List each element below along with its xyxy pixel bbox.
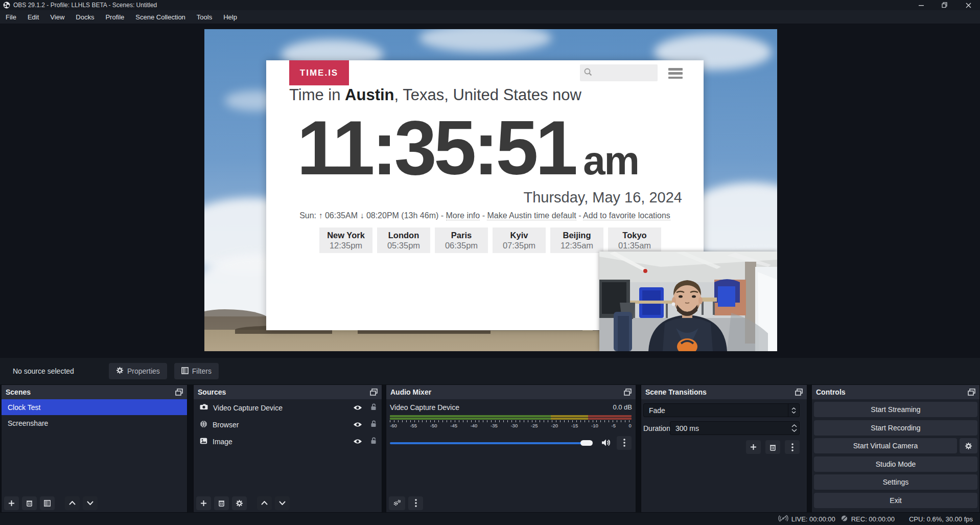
settings-button[interactable]: Settings — [814, 474, 977, 490]
source-row-video-capture[interactable]: Video Capture Device — [194, 399, 382, 416]
rec-status: REC: 00:00:00 — [841, 515, 895, 523]
controls-panel: Controls Start Streaming Start Recording… — [811, 384, 980, 513]
duration-spinbox[interactable]: 300 ms — [670, 421, 800, 435]
live-status: LIVE: 00:00:00 — [778, 515, 835, 523]
timeis-logo[interactable]: TIME.IS — [289, 60, 349, 85]
separator: - — [480, 211, 487, 220]
duration-value: 300 ms — [675, 424, 699, 432]
visibility-eye-icon[interactable] — [353, 404, 362, 412]
city-card-paris[interactable]: Paris06:35pm — [435, 227, 488, 253]
meter-tick-labels: -60-55-50-45-40-35-30-25-20-15-10-50 — [390, 423, 632, 428]
world-clock-row: New York12:35pm London05:35pm Paris06:35… — [319, 227, 661, 253]
scene-item-clock-test[interactable]: Clock Test — [2, 399, 187, 415]
menu-profile[interactable]: Profile — [100, 10, 130, 24]
virtual-camera-settings-button[interactable] — [960, 438, 977, 453]
menu-bar: File Edit View Docks Profile Scene Colle… — [0, 10, 980, 24]
city-card-tokyo[interactable]: Tokyo01:35am — [608, 227, 661, 253]
menu-file[interactable]: File — [0, 10, 22, 24]
obs-window: OBS 29.1.2 - Profile: LLHLS BETA - Scene… — [0, 0, 980, 525]
city-card-new-york[interactable]: New York12:35pm — [319, 227, 372, 253]
add-scene-button[interactable] — [4, 496, 19, 510]
popout-icon[interactable] — [175, 389, 183, 396]
advanced-audio-button[interactable] — [389, 496, 405, 510]
add-transition-button[interactable] — [746, 440, 761, 454]
lock-icon[interactable] — [370, 437, 377, 446]
preview-area: TIME.IS Time in Austin, Texas, United St… — [0, 24, 980, 358]
status-bar: LIVE: 00:00:00 REC: 00:00:00 CPU: 0.6%, … — [0, 513, 980, 525]
city-card-beijing[interactable]: Beijing12:35am — [550, 227, 603, 253]
studio-mode-button[interactable]: Studio Mode — [814, 456, 977, 472]
filters-button[interactable]: Filters — [174, 363, 219, 379]
scene-item-screenshare[interactable]: Screenshare — [2, 415, 187, 431]
source-properties-button[interactable] — [232, 496, 247, 510]
remove-scene-button[interactable] — [22, 496, 37, 510]
volume-slider-handle[interactable] — [580, 440, 593, 446]
lock-icon[interactable] — [370, 403, 377, 412]
visibility-eye-icon[interactable] — [353, 438, 362, 446]
make-default-link[interactable]: Make Austin time default — [487, 211, 576, 220]
menu-scene-collection[interactable]: Scene Collection — [130, 10, 191, 24]
transition-menu-button[interactable] — [785, 440, 800, 454]
selection-status: No source selected — [13, 367, 100, 375]
duration-label: Duration — [643, 424, 670, 432]
popout-icon[interactable] — [795, 389, 803, 396]
popout-icon[interactable] — [624, 389, 632, 396]
speaker-icon[interactable] — [601, 439, 611, 447]
title-bar: OBS 29.1.2 - Profile: LLHLS BETA - Scene… — [0, 0, 980, 10]
city-card-london[interactable]: London05:35pm — [377, 227, 430, 253]
search-input[interactable] — [593, 67, 653, 79]
move-source-down-button[interactable] — [275, 496, 290, 510]
menu-help[interactable]: Help — [218, 10, 243, 24]
menu-tools[interactable]: Tools — [191, 10, 218, 24]
mixer-menu-button[interactable] — [408, 496, 423, 510]
minimize-button[interactable] — [909, 0, 933, 10]
add-source-button[interactable] — [196, 496, 211, 510]
mixer-db-value: 0.0 dB — [613, 403, 632, 412]
volume-slider[interactable] — [390, 436, 596, 449]
source-label: Image — [213, 438, 348, 446]
popout-icon[interactable] — [370, 389, 378, 396]
dock-area: Scenes Clock Test Screenshare Sources — [0, 384, 980, 513]
menu-docks[interactable]: Docks — [70, 10, 100, 24]
clock-time: 11:35:51 — [297, 109, 575, 186]
menu-edit[interactable]: Edit — [22, 10, 44, 24]
close-button[interactable] — [956, 0, 980, 10]
city-card-kyiv[interactable]: Kyiv07:35pm — [493, 227, 546, 253]
add-favorite-link[interactable]: Add to favorite locations — [583, 211, 670, 220]
heading-city: Austin — [345, 86, 394, 104]
transition-select[interactable]: Fade — [643, 403, 800, 417]
remove-source-button[interactable] — [214, 496, 229, 510]
filter-icon — [181, 367, 189, 376]
spinner-arrows[interactable] — [789, 424, 799, 432]
search-icon — [584, 67, 593, 79]
more-info-link[interactable]: More info — [446, 211, 480, 220]
sources-title: Sources — [198, 388, 226, 396]
menu-view[interactable]: View — [44, 10, 70, 24]
move-scene-up-button[interactable] — [65, 496, 80, 510]
start-streaming-button[interactable]: Start Streaming — [814, 402, 977, 417]
properties-button[interactable]: Properties — [109, 363, 167, 379]
restore-button[interactable] — [933, 0, 956, 10]
popout-icon[interactable] — [968, 389, 975, 396]
visibility-eye-icon[interactable] — [353, 421, 362, 429]
timeis-search-box[interactable] — [580, 64, 658, 81]
separator: - — [576, 211, 583, 220]
cloud — [419, 29, 552, 52]
start-virtual-camera-button[interactable]: Start Virtual Camera — [814, 438, 957, 453]
move-scene-down-button[interactable] — [83, 496, 98, 510]
start-recording-button[interactable]: Start Recording — [814, 420, 977, 436]
source-row-browser[interactable]: Browser — [194, 416, 382, 433]
globe-icon — [200, 420, 207, 429]
move-source-up-button[interactable] — [257, 496, 272, 510]
mixer-channel-menu-button[interactable] — [617, 436, 632, 450]
hamburger-menu-icon[interactable] — [668, 68, 683, 79]
meter-tickmarks — [390, 420, 632, 422]
program-canvas[interactable]: TIME.IS Time in Austin, Texas, United St… — [204, 29, 777, 351]
source-row-image[interactable]: Image — [194, 433, 382, 450]
stream-inactive-icon — [778, 515, 788, 523]
scenes-title: Scenes — [6, 388, 31, 396]
scene-filters-button[interactable] — [40, 496, 55, 510]
remove-transition-button[interactable] — [765, 440, 780, 454]
exit-button[interactable]: Exit — [814, 493, 977, 508]
lock-icon[interactable] — [370, 420, 377, 429]
